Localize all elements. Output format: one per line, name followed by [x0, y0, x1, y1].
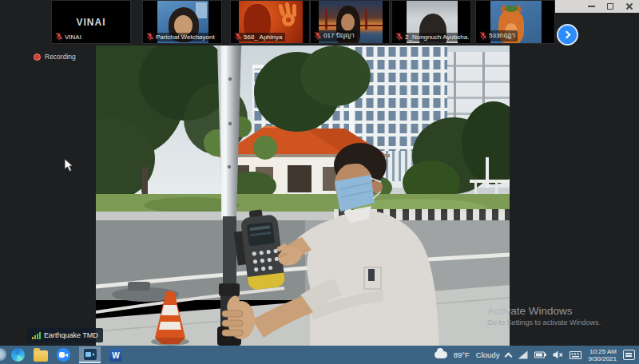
- close-icon: [625, 2, 633, 10]
- participant-name-tag: 568_ Aphinya: [233, 33, 285, 42]
- taskbar-clock[interactable]: 10:25 AM 9/30/2021: [588, 348, 617, 362]
- battery-icon[interactable]: [534, 351, 546, 358]
- participant-name-tag: Parichat Wetchayont: [145, 33, 217, 42]
- maximize-button[interactable]: [601, 0, 620, 13]
- word-app-icon[interactable]: W: [109, 349, 122, 362]
- main-video-scene: [96, 46, 510, 346]
- volume-muted-icon[interactable]: [553, 350, 563, 359]
- activate-windows-subtitle: Go to Settings to activate Windows.: [487, 318, 635, 326]
- earthquake-tmd-label: Earthquake TMD: [44, 331, 98, 339]
- weather-cloud-icon[interactable]: [435, 351, 447, 358]
- activate-windows-watermark: Activate Windows Go to Settings to activ…: [487, 305, 635, 326]
- record-icon: [34, 53, 41, 61]
- maximize-icon: [607, 3, 613, 10]
- participant-tile-533[interactable]: 533กฤฎา: [475, 0, 555, 44]
- show-hidden-icons-chevron[interactable]: [505, 352, 513, 360]
- activate-windows-title: Activate Windows: [487, 305, 635, 317]
- muted-mic-icon: [315, 32, 321, 40]
- network-icon[interactable]: [518, 350, 528, 359]
- participant-tile-name: VINAI: [52, 17, 130, 28]
- muted-mic-icon: [147, 33, 153, 41]
- zoom-meeting-icon: [84, 349, 97, 360]
- start-button[interactable]: [0, 348, 6, 361]
- mouse-cursor: [64, 158, 73, 172]
- participant-name-tag: 2_Nongnuch Ayubsha...: [395, 33, 471, 42]
- zoom-meeting-window: VINAI VINAI Parichat Wetchayont 568_ Aph…: [0, 0, 639, 364]
- recording-indicator[interactable]: Recording: [34, 53, 76, 61]
- next-participants-button[interactable]: [557, 24, 578, 46]
- participant-name-tag: 533กฤฎา: [478, 30, 518, 42]
- zoom-app-icon[interactable]: [57, 348, 70, 362]
- taskbar: W 89°F Cloudy: [0, 346, 639, 364]
- taskbar-tray: 89°F Cloudy 10:25 AM: [435, 348, 635, 362]
- earthquake-tmd-overlay[interactable]: Earthquake TMD: [27, 328, 103, 342]
- weather-condition[interactable]: Cloudy: [476, 350, 500, 359]
- taskbar-apps: W: [11, 346, 122, 363]
- muted-mic-icon: [56, 33, 62, 41]
- action-center-icon[interactable]: [623, 350, 635, 360]
- participant-tile-017[interactable]: 017 ปัญญา: [310, 0, 390, 44]
- edge-browser-icon[interactable]: [11, 348, 25, 362]
- main-video[interactable]: [96, 46, 510, 346]
- signal-bars-icon: [32, 332, 41, 339]
- muted-mic-icon: [235, 33, 241, 41]
- muted-mic-icon: [480, 32, 486, 40]
- zoom-meeting-taskbar-button[interactable]: [79, 346, 101, 363]
- minimize-icon: [588, 6, 595, 7]
- recording-label: Recording: [45, 53, 76, 61]
- minimize-button[interactable]: [581, 0, 601, 13]
- clock-date: 9/30/2021: [588, 355, 617, 362]
- participant-tile-parichat[interactable]: Parichat Wetchayont: [142, 0, 222, 44]
- participant-tile-aphinya[interactable]: 568_ Aphinya: [230, 0, 310, 44]
- participant-tile-nongnuch[interactable]: 2_Nongnuch Ayubsha...: [391, 0, 471, 44]
- chevron-right-icon: [562, 31, 570, 39]
- participant-tile-vinai[interactable]: VINAI VINAI: [51, 0, 131, 44]
- participant-name-tag: 017 ปัญญา: [313, 30, 357, 42]
- close-button[interactable]: [620, 0, 639, 13]
- muted-mic-icon: [396, 33, 403, 41]
- file-explorer-icon[interactable]: [34, 350, 48, 362]
- clock-time: 10:25 AM: [588, 348, 617, 355]
- participant-name-tag: VINAI: [54, 33, 84, 42]
- touch-keyboard-icon[interactable]: [570, 351, 581, 359]
- weather-temperature[interactable]: 89°F: [454, 350, 470, 359]
